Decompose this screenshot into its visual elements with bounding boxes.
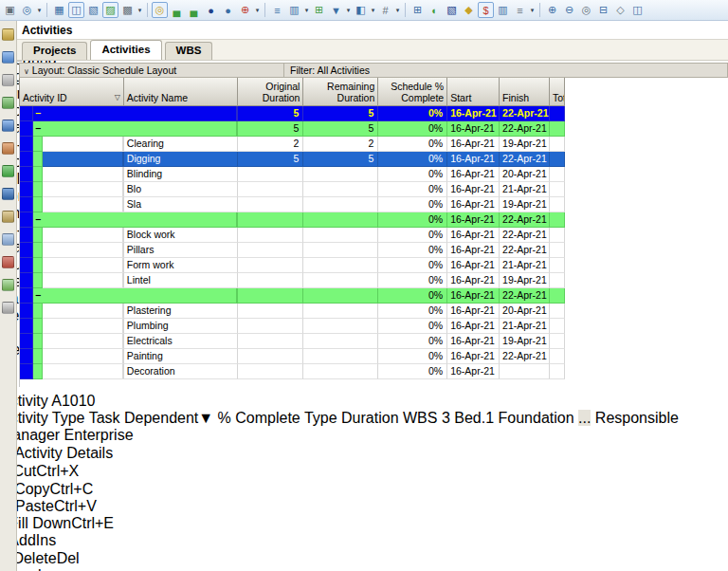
cell-rd[interactable] [303, 228, 378, 243]
resource-bar-icon[interactable]: ▄ [169, 2, 185, 18]
zoom-out-icon[interactable]: ⊖ [561, 2, 577, 18]
dropdown-caret-icon[interactable]: ▾ [136, 7, 143, 14]
cell-pct[interactable]: 0% [378, 319, 447, 334]
cell-od[interactable] [238, 228, 304, 243]
menu-item-dissolve[interactable]: Dissolve [0, 567, 728, 571]
table-row-activity[interactable]: A1090Plastering0%16-Apr-2120-Apr-21 [20, 304, 565, 319]
cell-name[interactable]: Electricals [124, 334, 238, 349]
cell-name[interactable]: Decoration [124, 364, 238, 379]
cell-tot[interactable] [550, 334, 565, 349]
cell-name[interactable]: Painting [124, 349, 238, 364]
cell-name[interactable]: Form work [124, 258, 238, 273]
cell-start[interactable]: 16-Apr-21 [447, 288, 500, 304]
resources-icon[interactable]: ● [203, 2, 219, 18]
cell-start[interactable]: 16-Apr-21 [447, 121, 500, 137]
cell-tot[interactable] [550, 304, 565, 319]
cell-finish[interactable] [500, 364, 550, 379]
cell-tot[interactable] [550, 258, 565, 273]
cell-od[interactable] [238, 334, 304, 349]
cell-name[interactable]: Sla [124, 197, 238, 212]
menu-item-add[interactable]: +AddIns [0, 532, 728, 549]
cell-pct[interactable]: 0% [378, 288, 447, 304]
cell-tot[interactable] [550, 137, 565, 152]
left-toolbar-icon[interactable] [2, 28, 14, 41]
timescale-icon[interactable]: ⊞ [311, 2, 327, 18]
cell-od-focused[interactable]: 5 [238, 152, 304, 167]
cell-tot[interactable] [550, 349, 565, 364]
cell-pct[interactable]: 0% [378, 304, 447, 319]
cell-rd[interactable] [303, 197, 378, 212]
cell-start[interactable]: 16-Apr-21 [447, 334, 500, 349]
collapse-box-icon[interactable]: − [35, 288, 237, 304]
tab-activities[interactable]: Activities [90, 40, 161, 60]
details-icon[interactable]: ≡ [512, 2, 528, 18]
cell-id[interactable]: A1030 [43, 182, 124, 197]
table-row-activity[interactable]: A1080Lintel0%16-Apr-2119-Apr-21 [20, 273, 565, 288]
cell-finish[interactable]: 22-Apr-21 [500, 228, 550, 243]
tab-wbs[interactable]: WBS [165, 42, 213, 60]
cell-id[interactable]: A1070 [43, 258, 124, 273]
cell-pct[interactable]: 0% [378, 197, 447, 212]
col-schedule-pct[interactable]: Schedule % Complete [378, 78, 447, 105]
table-row-activity[interactable]: A1100Plumbing0%16-Apr-2121-Apr-21 [20, 319, 565, 334]
cell-pct[interactable]: 0% [378, 167, 447, 182]
printer-icon[interactable]: ▣ [2, 2, 18, 18]
table-row-activity[interactable]: A1120Painting0%16-Apr-2122-Apr-21 [20, 349, 565, 364]
dropdown-caret-icon[interactable]: ▾ [370, 7, 376, 14]
cell-pct[interactable]: 0% [378, 349, 447, 364]
cell-tot[interactable] [550, 182, 565, 197]
cell-name[interactable]: Digging [124, 152, 238, 167]
cell-pct[interactable]: 0% [378, 273, 447, 288]
cell-name[interactable]: Blo [124, 182, 238, 197]
wbs-field[interactable]: 3 Bed.1 Foundation [442, 410, 574, 426]
layouts-icon[interactable]: ◧ [353, 2, 369, 18]
cell-finish[interactable]: 19-Apr-21 [500, 137, 550, 152]
dropdown-caret-icon[interactable]: ▾ [36, 7, 43, 14]
left-toolbar-icon[interactable] [2, 279, 14, 291]
zoom-reset-icon[interactable]: ◎ [578, 2, 594, 18]
collapse-box-icon[interactable]: − [35, 106, 237, 121]
cell-start[interactable]: 16-Apr-21 [447, 349, 500, 364]
cell-rd[interactable] [303, 212, 378, 228]
cell-pct[interactable]: 0% [378, 137, 447, 152]
collapse-box-icon[interactable]: − [35, 212, 237, 228]
cell-od[interactable] [238, 304, 304, 319]
cell-id[interactable]: A1120 [43, 349, 124, 364]
cell-id[interactable]: A1010 [43, 152, 124, 167]
menu-item-cut[interactable]: ✂CutCtrl+X [0, 462, 728, 480]
left-toolbar-icon[interactable] [2, 233, 14, 246]
diamond-icon[interactable]: ◇ [612, 2, 628, 18]
cell-start[interactable]: 16-Apr-21 [447, 212, 500, 228]
cell-od[interactable] [238, 212, 304, 228]
cell-tot[interactable] [550, 152, 565, 167]
cell-od[interactable] [238, 349, 304, 364]
cell-id[interactable]: A1020 [43, 167, 124, 182]
cell-od[interactable]: 5 [238, 121, 304, 137]
horizontal-split-icon[interactable]: ⊟ [595, 2, 611, 18]
cell-pct[interactable]: 0% [378, 152, 447, 167]
filter-status[interactable]: Filter: All Activities [284, 64, 375, 77]
cell-pct[interactable]: 0% [378, 182, 447, 197]
menu-item-activity-details[interactable]: ▤Activity Details [0, 444, 728, 462]
cell-id[interactable]: A1110 [43, 334, 124, 349]
cell-pct[interactable]: 0% [378, 228, 447, 243]
left-toolbar-icon[interactable] [2, 188, 14, 200]
assign-resources-icon[interactable]: ▧ [444, 2, 460, 18]
col-activity-id[interactable]: Activity ID▽ [20, 78, 124, 105]
cell-finish[interactable]: 21-Apr-21 [500, 319, 550, 334]
cell-start[interactable]: 16-Apr-21 [447, 152, 500, 167]
spreadsheet-icon[interactable]: ▦ [51, 2, 67, 18]
dropdown-caret-icon[interactable]: ▾ [254, 7, 261, 14]
cell-rd[interactable] [303, 334, 378, 349]
col-original-duration[interactable]: Original Duration [238, 78, 304, 105]
cell-id[interactable]: A1050 [43, 228, 124, 243]
dropdown-caret-icon[interactable]: ▾ [394, 7, 401, 14]
cell-finish[interactable]: 22-Apr-21 [500, 121, 550, 137]
cell-rd[interactable] [303, 349, 378, 364]
table-row-activity[interactable]: A1000Clearing220%16-Apr-2119-Apr-21 [20, 137, 565, 152]
cell-start[interactable]: 16-Apr-21 [447, 137, 500, 152]
col-total-float[interactable]: Tot [550, 78, 565, 105]
cell-start[interactable]: 16-Apr-21 [447, 304, 500, 319]
cell-od[interactable] [238, 273, 304, 288]
cell-start[interactable]: 16-Apr-21 [447, 106, 500, 121]
